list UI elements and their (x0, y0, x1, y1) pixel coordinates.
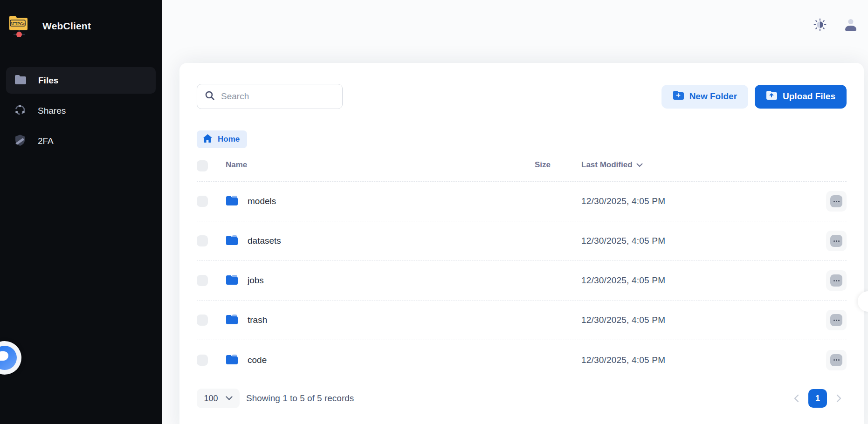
home-icon (203, 134, 213, 145)
app-title: WebClient (42, 21, 91, 32)
table-row[interactable]: jobs 12/30/2025, 4:05 PM (197, 261, 847, 301)
row-name-cell[interactable]: code (226, 354, 535, 367)
sort-chevron-down-icon (636, 160, 643, 170)
floating-widget-button[interactable] (0, 341, 21, 375)
folder-plus-icon (673, 90, 684, 103)
topbar (162, 0, 868, 63)
folder-blue-icon (226, 354, 238, 367)
column-header-name[interactable]: Name (226, 160, 535, 170)
row-actions-button[interactable] (826, 231, 847, 251)
row-checkbox[interactable] (197, 315, 208, 326)
records-summary: Showing 1 to 5 of 5 records (246, 393, 354, 403)
files-toolbar: New Folder Upload Files (197, 84, 847, 109)
ellipsis-icon (830, 235, 842, 247)
column-header-size[interactable]: Size (535, 160, 581, 170)
row-modified: 12/30/2025, 4:05 PM (581, 355, 826, 365)
select-all-checkbox[interactable] (197, 160, 208, 171)
page-size-select[interactable]: 100 (197, 389, 240, 408)
prev-page-button[interactable] (793, 394, 799, 403)
page-number-button[interactable]: 1 (808, 389, 827, 408)
row-name: code (248, 355, 267, 365)
row-actions-button[interactable] (826, 270, 847, 291)
breadcrumb-home[interactable]: Home (197, 130, 247, 148)
upload-files-label: Upload Files (783, 91, 835, 102)
brand: SFTPGo WebClient (6, 13, 156, 39)
svg-text:SFTPGo: SFTPGo (10, 21, 26, 26)
sidebar-item-shares[interactable]: Shares (6, 97, 156, 124)
column-header-last-modified-label: Last Modified (581, 160, 633, 170)
row-name: models (248, 196, 276, 206)
table-row[interactable]: models 12/30/2025, 4:05 PM (197, 182, 847, 221)
next-page-button[interactable] (836, 394, 842, 403)
ellipsis-icon (830, 354, 842, 366)
share-nodes-icon (14, 104, 26, 117)
folder-blue-icon (226, 195, 238, 208)
table-row[interactable]: trash 12/30/2025, 4:05 PM (197, 301, 847, 340)
table-row[interactable]: datasets 12/30/2025, 4:05 PM (197, 221, 847, 261)
ellipsis-icon (830, 195, 842, 207)
folder-upload-icon (766, 90, 777, 103)
folder-blue-icon (226, 234, 238, 247)
row-actions-button[interactable] (826, 350, 847, 370)
row-name: trash (248, 315, 267, 325)
row-actions-button[interactable] (826, 191, 847, 212)
sidebar: SFTPGo WebClient Files (0, 0, 162, 424)
sidebar-item-label: Shares (38, 106, 66, 116)
row-modified: 12/30/2025, 4:05 PM (581, 196, 826, 206)
row-name: datasets (248, 236, 281, 246)
toolbar-buttons: New Folder Upload Files (661, 85, 847, 109)
theme-toggle-icon[interactable] (813, 18, 827, 32)
row-name-cell[interactable]: trash (226, 314, 535, 327)
table-body: models 12/30/2025, 4:05 PM (197, 182, 847, 380)
search-icon (205, 90, 215, 103)
row-checkbox[interactable] (197, 355, 208, 366)
table-footer: 100 Showing 1 to 5 of 5 records 1 (197, 389, 847, 408)
page-size-value: 100 (204, 394, 218, 403)
folder-blue-icon (226, 274, 238, 287)
shield-icon (14, 134, 26, 148)
files-panel: New Folder Upload Files (179, 63, 864, 424)
column-header-last-modified[interactable]: Last Modified (581, 160, 826, 170)
breadcrumb-home-label: Home (218, 135, 240, 144)
row-actions-button[interactable] (826, 310, 847, 330)
sidebar-item-label: 2FA (38, 136, 54, 146)
row-name-cell[interactable]: jobs (226, 274, 535, 287)
ellipsis-icon (830, 274, 842, 287)
chevron-down-icon (226, 395, 233, 402)
row-modified: 12/30/2025, 4:05 PM (581, 275, 826, 286)
user-menu-icon[interactable] (844, 18, 858, 32)
sidebar-item-files[interactable]: Files (6, 67, 156, 94)
new-folder-label: New Folder (689, 91, 737, 102)
search-box[interactable] (197, 84, 343, 109)
table-row[interactable]: code 12/30/2025, 4:05 PM (197, 340, 847, 380)
pagination: 1 (793, 389, 847, 408)
search-input[interactable] (221, 91, 335, 102)
folder-blue-icon (226, 314, 238, 327)
breadcrumb: Home (197, 130, 847, 148)
sidebar-item-label: Files (38, 75, 58, 86)
floating-widget-icon (0, 346, 17, 370)
upload-files-button[interactable]: Upload Files (755, 85, 847, 109)
row-name-cell[interactable]: datasets (226, 234, 535, 247)
row-name-cell[interactable]: models (226, 195, 535, 208)
row-checkbox[interactable] (197, 235, 208, 246)
folder-icon (14, 75, 26, 87)
row-checkbox[interactable] (197, 275, 208, 286)
ellipsis-icon (830, 314, 842, 326)
sidebar-nav: Files Shares 2FA (6, 67, 156, 154)
sidebar-item-2fa[interactable]: 2FA (6, 128, 156, 154)
row-checkbox[interactable] (197, 196, 208, 207)
row-modified: 12/30/2025, 4:05 PM (581, 315, 826, 325)
main-area: New Folder Upload Files (162, 0, 868, 424)
row-name: jobs (248, 275, 264, 286)
table-header: Name Size Last Modified (197, 160, 847, 182)
row-modified: 12/30/2025, 4:05 PM (581, 236, 826, 246)
new-folder-button[interactable]: New Folder (661, 85, 748, 109)
sftpgo-logo-icon: SFTPGo (8, 13, 30, 40)
